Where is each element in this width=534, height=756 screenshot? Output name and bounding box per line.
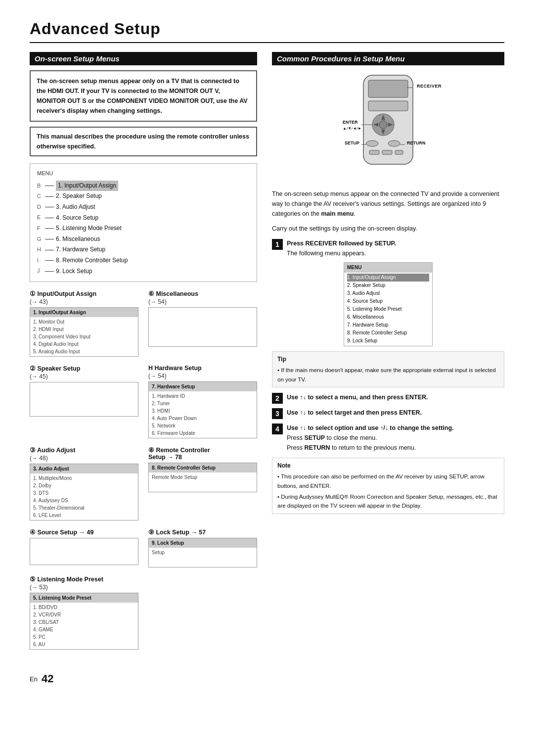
menu-item-j: J 9. Lock Setup <box>37 266 250 277</box>
remote-svg: RECEIVER ENTER ▲/▼/◄/► SETUP RETURN <box>334 70 443 184</box>
subsection-5-minibox-header: 5. Listening Mode Preset <box>30 593 138 603</box>
mini-menu-item: 9. Lock Setup <box>347 337 429 345</box>
note-item-2: • During Audyssey MultEQ® Room Correctio… <box>277 492 499 511</box>
menu-item-d: D 3. Audio Adjust <box>37 202 250 213</box>
step-4-num: 4 <box>272 424 283 434</box>
subsection-9: ⑨ Lock Setup → 57 9. Lock Setup Setup <box>148 528 257 568</box>
menu-text-1: 1. Input/Output Assign <box>56 181 118 191</box>
intro-text-2: Carry out the settings by using the on-s… <box>272 224 504 234</box>
mini-menu-item: 3. Audio Adjust <box>347 289 429 297</box>
svg-rect-12 <box>382 150 392 154</box>
subsection-3-minibox-body: 1. Multiplex/Mono 2. Dolby 3. DTS 4. Aud… <box>30 473 138 520</box>
list-item: 3. HDMI <box>152 407 254 415</box>
remote-diagram: RECEIVER ENTER ▲/▼/◄/► SETUP RETURN <box>334 70 443 184</box>
subsection-h-minibox-body: 1. Hardware ID 2. Tuner 3. HDMI 4. Auto … <box>149 391 257 438</box>
menu-letter-e: E <box>37 213 45 223</box>
page-number-area: En 42 <box>30 672 257 685</box>
svg-point-10 <box>388 141 400 146</box>
list-item: 5. Theater-Dimensional <box>33 504 135 512</box>
subsection-5-title: ⑤ Listening Mode Preset <box>30 575 138 583</box>
svg-point-9 <box>366 141 378 146</box>
main-layout: On-screen Setup Menus The on-screen setu… <box>30 52 504 685</box>
step-2-text: Use ↑↓ to select a menu, and then press … <box>287 392 504 402</box>
svg-point-14 <box>379 121 387 129</box>
menu-text-5: 5. Listening Mode Preset <box>56 223 122 234</box>
mini-menu-item-selected: 1. Input/Output Assign <box>347 274 429 282</box>
list-item: 1. Monitor Out <box>33 318 135 326</box>
menu-letter-b: B <box>37 181 45 191</box>
subsection-8-minibox-header: 8. Remote Controller Setup <box>149 463 257 472</box>
subsection-1-title: ① Input/Output Assign <box>30 290 138 297</box>
menu-item-g: G 6. Miscellaneous <box>37 234 250 245</box>
note-item-1: • This procedure can also be performed o… <box>277 472 499 490</box>
subsection-2-minibox-body <box>30 382 138 384</box>
list-item: 5. Analog Audio Input <box>33 348 135 355</box>
right-column: Common Procedures in Setup Menu <box>272 52 504 685</box>
menu-letter-c: C <box>37 191 45 201</box>
subsection-4-minibox <box>30 538 138 565</box>
info-box-2: This manual describes the procedure usin… <box>30 127 257 156</box>
subsection-2-title: ② Speaker Setup <box>30 365 138 372</box>
subsection-8-title: ⑧ Remote Controller Setup → 78 <box>148 446 257 461</box>
step-1-mini-menu: MENU 1. Input/Output Assign 2. Speaker S… <box>344 262 433 346</box>
svg-rect-13 <box>395 150 403 154</box>
subsection-2-minibox <box>30 382 138 417</box>
list-item: 3. CBL/SAT <box>33 618 135 626</box>
subsection-3-minibox: 3. Audio Adjust 1. Multiplex/Mono 2. Dol… <box>30 464 138 520</box>
list-item: 4. Digital Audio Input <box>33 340 135 348</box>
svg-text:SETUP: SETUP <box>345 141 359 145</box>
menu-item-c: C 2. Speaker Setup <box>37 191 250 202</box>
subsection-5-arrow: (→ 53) <box>30 584 138 591</box>
menu-text-7: 7. Hardware Setup <box>56 244 105 255</box>
steps-area: 1 Press RECEIVER followed by SETUP. The … <box>272 238 504 514</box>
list-item: 3. DTS <box>33 489 135 497</box>
info-text-2: This manual describes the procedure usin… <box>37 133 249 150</box>
list-item: 2. Dolby <box>33 482 135 489</box>
list-item: 4. Auto Power Down <box>152 415 254 422</box>
menu-text-8: 8. Remote Controller Setup <box>56 255 128 266</box>
info-box-1: The on-screen setup menus appear only on… <box>30 70 257 122</box>
menu-item-e: E 4. Source Setup <box>37 213 250 224</box>
menu-letter-i: I <box>37 256 45 266</box>
note-box: Note • This procedure can also be perfor… <box>272 458 504 514</box>
step-3: 3 Use ↑↓ to select target and then press… <box>272 408 504 419</box>
subsection-9-minibox-header: 9. Lock Setup <box>149 538 257 548</box>
subsection-1-minibox-body: 1. Monitor Out 2. HDMI Input 3. Componen… <box>30 317 138 356</box>
list-item: 6. AU <box>33 641 135 648</box>
step-3-num: 3 <box>272 408 283 419</box>
svg-rect-2 <box>368 101 408 111</box>
en-label: En <box>30 675 38 683</box>
svg-rect-11 <box>369 150 379 154</box>
subsection-6: ⑥ Miscellaneous (→ 54) <box>148 290 257 358</box>
menu-items-list: B 1. Input/Output Assign C 2. Speaker Se… <box>37 181 250 277</box>
list-item: 5. PC <box>33 633 135 641</box>
subsection-6-minibox-body <box>149 308 257 310</box>
subsection-5-minibox-body: 1. BD/DVD 2. VCR/DVR 3. CBL/SAT 4. GAME … <box>30 603 138 649</box>
subsection-3-arrow: (→ 48) <box>30 455 138 462</box>
subsection-4-minibox-body <box>30 538 138 540</box>
tip-label: Tip <box>277 355 499 364</box>
subsection-3-minibox-header: 3. Audio Adjust <box>30 464 138 473</box>
mini-menu-body: 1. Input/Output Assign 2. Speaker Setup … <box>344 273 432 346</box>
mini-menu-header: MENU <box>344 263 432 273</box>
subsection-2-arrow: (→ 45) <box>30 373 138 380</box>
left-column: On-screen Setup Menus The on-screen setu… <box>30 52 257 685</box>
menu-letter-f: F <box>37 224 45 234</box>
menu-item-b: B 1. Input/Output Assign <box>37 181 250 191</box>
subsection-1: ① Input/Output Assign (→ 43) 1. Input/Ou… <box>30 290 138 358</box>
menu-label: MENU <box>37 169 250 179</box>
step-4-text: Use ↑↓ to select option and use ↑/↓ to c… <box>287 423 504 453</box>
subsection-8-minibox: 8. Remote Controller Setup Remote Mode S… <box>148 463 257 492</box>
menu-text-2: 2. Speaker Setup <box>56 191 102 202</box>
subsection-5: ⑤ Listening Mode Preset (→ 53) 5. Listen… <box>30 575 138 651</box>
left-section-header: On-screen Setup Menus <box>30 52 257 65</box>
mini-menu-item: 4. Source Setup <box>347 297 429 305</box>
step-1: 1 Press RECEIVER followed by SETUP. The … <box>272 238 504 258</box>
menu-letter-j: J <box>37 266 45 276</box>
menu-item-i: I 8. Remote Controller Setup <box>37 255 250 266</box>
subsections-grid: ① Input/Output Assign (→ 43) 1. Input/Ou… <box>30 290 257 658</box>
subsection-1-arrow: (→ 43) <box>30 298 138 305</box>
subsection-h: H Hardware Setup (→ 54) 7. Hardware Setu… <box>148 365 257 439</box>
menu-letter-g: G <box>37 235 45 244</box>
right-section-header: Common Procedures in Setup Menu <box>272 52 504 65</box>
